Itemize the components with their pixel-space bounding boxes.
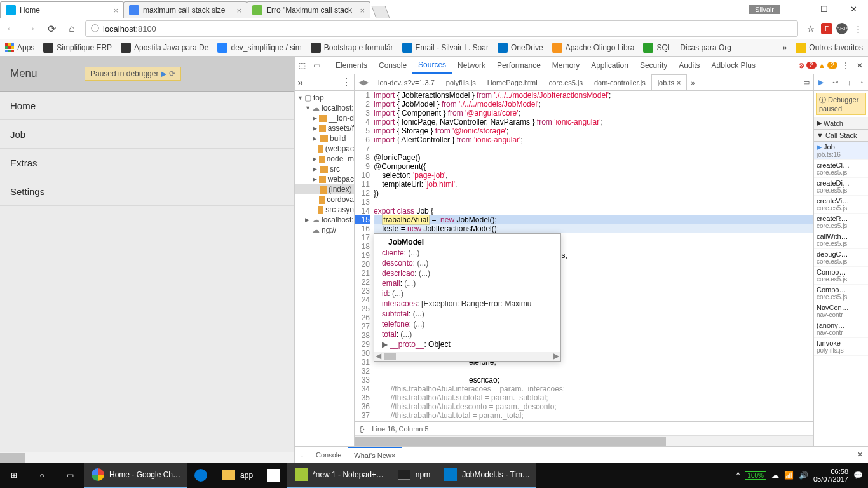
home-button[interactable]: ⌂	[65, 22, 79, 36]
step-out-button[interactable]: ↑	[860, 79, 864, 86]
other-bookmarks[interactable]: Outros favoritos	[796, 43, 863, 53]
callstack-frame[interactable]: t.invokepolyfills.js	[814, 338, 868, 356]
close-tab-icon[interactable]: ×	[113, 6, 118, 15]
resume-icon[interactable]: ▶	[161, 69, 166, 78]
task-view-button[interactable]: ▭	[56, 463, 84, 488]
callstack-frame[interactable]: NavCon…nav-contr	[814, 302, 868, 320]
tree-node[interactable]: ▶src	[295, 164, 354, 174]
taskbar-item[interactable]: JobModel.ts - Tim…	[437, 463, 536, 488]
bookmark-item[interactable]: Apostila Java para De	[121, 43, 208, 53]
battery-icon[interactable]: 100%	[745, 471, 766, 480]
watch-section[interactable]: ▶ Watch	[814, 117, 868, 130]
close-tab-icon[interactable]: ×	[360, 6, 365, 15]
file-tab[interactable]: polyfills.js	[440, 74, 482, 90]
devtools-tab[interactable]: Application	[585, 57, 634, 74]
file-tab[interactable]: dom-controller.js	[588, 74, 651, 90]
navigator-menu-icon[interactable]: »	[297, 77, 303, 88]
callstack-frame[interactable]: createDi…core.es5.js	[814, 178, 868, 196]
devtools-tab[interactable]: Adblock Plus	[706, 57, 761, 74]
drawer-tab[interactable]: What's New ×	[348, 447, 402, 463]
history-back-icon[interactable]: ◀▶	[355, 78, 372, 86]
devtools-tab[interactable]: Network	[452, 57, 491, 74]
devtools-close-icon[interactable]: ✕	[854, 61, 865, 70]
close-file-icon[interactable]: ×	[677, 79, 681, 86]
drawer-tab[interactable]: Console	[309, 447, 348, 463]
tree-node[interactable]: ▶build	[295, 133, 354, 144]
callstack-frame[interactable]: createR…core.es5.js	[814, 214, 868, 231]
file-tab[interactable]: HomePage.html	[482, 74, 543, 90]
taskbar-item[interactable]: app	[215, 463, 259, 488]
tree-node[interactable]: ▶☁localhost:	[295, 215, 354, 225]
resume-button[interactable]: ▶	[818, 78, 824, 86]
volume-icon[interactable]: 🔊	[799, 471, 808, 480]
callstack-frame[interactable]: callWith…core.es5.js	[814, 231, 868, 249]
step-icon[interactable]: ⟳	[169, 69, 175, 78]
bookmark-item[interactable]: dev_simplifique / sim	[217, 43, 301, 53]
close-tab-icon[interactable]: ×	[236, 6, 241, 15]
callstack-frame[interactable]: createCl…core.es5.js	[814, 160, 868, 178]
tree-node[interactable]: ▼▢top	[295, 93, 354, 103]
bookmark-item[interactable]: Bootstrap e formulár	[311, 43, 393, 53]
back-button[interactable]: ←	[4, 22, 18, 36]
file-tab[interactable]: job.ts ×	[651, 74, 688, 90]
maximize-button[interactable]: ☐	[810, 0, 839, 18]
tray-icon[interactable]: ^	[736, 471, 740, 480]
profile-badge[interactable]: Silvair	[749, 5, 780, 14]
file-tab[interactable]: ion-dev.js?v=1.3.7	[372, 74, 440, 90]
extension-icon[interactable]: F	[821, 23, 832, 34]
tree-node[interactable]: ▶webpac	[295, 174, 354, 184]
tree-node[interactable]: ▶node_m	[295, 154, 354, 164]
device-toggle-icon[interactable]: ▭	[309, 57, 324, 74]
code-editor[interactable]: 1234567891011121314151617181920212223242…	[355, 91, 813, 421]
drawer-close-icon[interactable]: ✕	[852, 451, 868, 459]
tree-node[interactable]: (index)	[295, 184, 354, 194]
browser-tab[interactable]: maximum call stack size×	[123, 1, 247, 18]
bookmarks-overflow[interactable]: »	[783, 43, 787, 52]
bookmark-item[interactable]: SQL – Dicas para Org	[643, 43, 731, 53]
tabs-overflow-icon[interactable]: »	[687, 79, 698, 86]
tree-node[interactable]: ▶assets/f	[295, 123, 354, 133]
cortana-button[interactable]: ○	[28, 463, 56, 488]
tree-node[interactable]: cordova	[295, 194, 354, 205]
editor-layout-icon[interactable]: ▭	[799, 78, 813, 86]
close-button[interactable]: ✕	[839, 0, 868, 18]
devtools-menu-icon[interactable]: ⋮	[839, 61, 852, 70]
tree-node[interactable]: src asyn	[295, 205, 354, 215]
devtools-tab[interactable]: Sources	[412, 57, 452, 74]
devtools-tab[interactable]: Audits	[673, 57, 705, 74]
bookmark-item[interactable]: Apps	[5, 43, 34, 52]
devtools-tab[interactable]: Security	[634, 57, 673, 74]
callstack-frame[interactable]: ▶ Jobjob.ts:16	[814, 142, 868, 160]
browser-tab[interactable]: Home×	[0, 1, 124, 18]
star-icon[interactable]: ☆	[804, 22, 817, 35]
new-tab-button[interactable]	[371, 6, 390, 18]
menu-item[interactable]: Settings	[0, 177, 294, 206]
taskbar-item[interactable]: npm	[390, 463, 437, 488]
taskbar-item[interactable]	[259, 463, 287, 488]
browser-tab[interactable]: Erro "Maximum call stack×	[247, 1, 370, 18]
menu-item[interactable]: Job	[0, 120, 294, 149]
devtools-tab[interactable]: Console	[373, 57, 412, 74]
step-over-button[interactable]: ⤻	[832, 78, 838, 86]
notifications-icon[interactable]: 💬	[853, 471, 863, 480]
callstack-frame[interactable]: Compo…core.es5.js	[814, 267, 868, 285]
callstack-frame[interactable]: Compo…core.es5.js	[814, 285, 868, 302]
onedrive-icon[interactable]: ☁	[771, 471, 779, 480]
extension-icon[interactable]: ABP	[836, 23, 848, 34]
tree-node[interactable]: ☁ng://	[295, 225, 354, 235]
callstack-frame[interactable]: (anony…nav-contr	[814, 320, 868, 338]
tree-node[interactable]: (webpac	[295, 144, 354, 154]
bookmark-item[interactable]: OneDrive	[498, 43, 543, 53]
file-tab[interactable]: core.es5.js	[543, 74, 588, 90]
tree-node[interactable]: ▶__ion-d	[295, 113, 354, 123]
devtools-tab[interactable]: Memory	[546, 57, 585, 74]
inspect-icon[interactable]: ⬚	[295, 57, 309, 74]
menu-item[interactable]: Extras	[0, 149, 294, 177]
devtools-tab[interactable]: Performance	[491, 57, 546, 74]
menu-icon[interactable]: ⋮	[851, 22, 864, 35]
drawer-menu-icon[interactable]: ⋮	[295, 451, 309, 459]
start-button[interactable]: ⊞	[0, 463, 28, 488]
menu-item[interactable]: Home	[0, 92, 294, 120]
network-icon[interactable]: 📶	[784, 471, 794, 480]
bookmark-item[interactable]: Email - Silvair L. Soar	[402, 43, 489, 53]
